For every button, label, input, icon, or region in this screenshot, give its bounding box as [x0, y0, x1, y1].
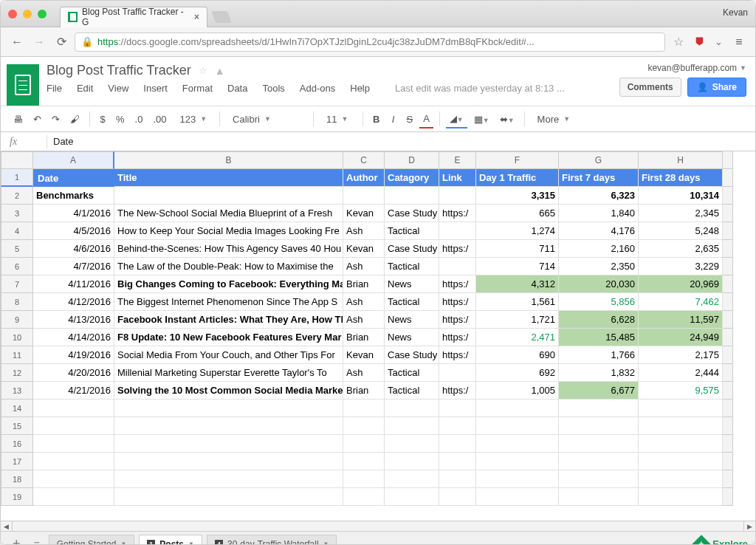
menu-view[interactable]: View — [108, 83, 128, 94]
cell-category-8[interactable]: Tactical — [385, 293, 439, 311]
font-size-select[interactable]: 11▼ — [320, 111, 357, 128]
row-header-3[interactable]: 3 — [1, 205, 33, 222]
empty-cell[interactable] — [439, 417, 476, 435]
document-title[interactable]: Blog Post Traffic Tracker — [47, 63, 191, 78]
move-to-drive-icon[interactable]: ▲ — [215, 65, 225, 77]
text-color-button[interactable]: A — [419, 110, 433, 128]
cell-category-11[interactable]: Case Study — [385, 346, 439, 364]
row-header-8[interactable]: 8 — [1, 293, 33, 311]
cell-category-3[interactable]: Case Study — [385, 205, 439, 222]
empty-cell[interactable] — [439, 400, 476, 417]
format-currency[interactable]: $ — [96, 111, 109, 128]
row-header-10[interactable]: 10 — [1, 329, 33, 346]
cell-d28-3[interactable]: 2,345 — [639, 205, 723, 222]
cell-d7-13[interactable]: 6,677 — [559, 382, 639, 400]
cell-date-3[interactable]: 4/1/2016 — [33, 205, 114, 222]
cell-d28-6[interactable]: 3,229 — [639, 258, 723, 275]
empty-cell[interactable] — [639, 470, 723, 488]
header-cell-H[interactable]: First 28 days — [639, 169, 723, 187]
cell-category-4[interactable]: Tactical — [385, 222, 439, 240]
empty-cell[interactable] — [33, 435, 114, 453]
empty-cell[interactable] — [385, 435, 439, 453]
cell-link-9[interactable]: https:/ — [439, 311, 476, 329]
empty-cell[interactable] — [559, 470, 639, 488]
row-header-9[interactable]: 9 — [1, 311, 33, 329]
cell-d7-6[interactable]: 2,350 — [559, 258, 639, 275]
pocket-extension-icon[interactable]: ⌄ — [711, 35, 726, 49]
cell-date-6[interactable]: 4/7/2016 — [33, 258, 114, 275]
cell-d7-9[interactable]: 6,628 — [559, 311, 639, 329]
menu-data[interactable]: Data — [227, 83, 247, 94]
fill-color-icon[interactable]: ◢▼ — [446, 110, 467, 128]
empty-cell[interactable] — [343, 417, 385, 435]
cell-author-5[interactable]: Kevan — [343, 240, 385, 258]
cell-d1-7[interactable]: 4,312 — [476, 275, 559, 293]
empty-cell[interactable] — [114, 435, 343, 453]
empty-cell[interactable] — [439, 470, 476, 488]
bookmark-star-icon[interactable]: ☆ — [670, 33, 687, 51]
empty-cell[interactable] — [33, 470, 114, 488]
cell-d1-11[interactable]: 690 — [476, 346, 559, 364]
cell-title-11[interactable]: Social Media From Your Couch, and Other … — [114, 346, 343, 364]
cell-category-12[interactable]: Tactical — [385, 364, 439, 382]
col-header-C[interactable]: C — [343, 151, 385, 169]
col-header-B[interactable]: B — [114, 151, 343, 169]
cell-link-5[interactable]: https:/ — [439, 240, 476, 258]
user-account-menu[interactable]: kevan@bufferapp.com ▼ — [647, 63, 746, 73]
empty-cell[interactable] — [33, 453, 114, 470]
header-cell-E[interactable]: Link — [439, 169, 476, 187]
tab-close-icon[interactable]: × — [194, 12, 199, 22]
cell-title-8[interactable]: The Biggest Internet Phenomenon Since Th… — [114, 293, 343, 311]
empty-cell[interactable] — [559, 400, 639, 417]
window-maximize-icon[interactable] — [38, 10, 47, 18]
cell-category-7[interactable]: News — [385, 275, 439, 293]
cell-link-11[interactable]: https:/ — [439, 346, 476, 364]
empty-cell[interactable] — [385, 417, 439, 435]
cell-d7-12[interactable]: 1,832 — [559, 364, 639, 382]
cell-category-6[interactable]: Tactical — [385, 258, 439, 275]
cell-link-6[interactable] — [439, 258, 476, 275]
cell-d28-7[interactable]: 20,969 — [639, 275, 723, 293]
row-header-13[interactable]: 13 — [1, 382, 33, 400]
cell-date-4[interactable]: 4/5/2016 — [33, 222, 114, 240]
cell-d28-4[interactable]: 5,248 — [639, 222, 723, 240]
empty-cell[interactable] — [343, 470, 385, 488]
empty-cell[interactable] — [559, 488, 639, 506]
all-sheets-menu-icon[interactable]: ≡ — [30, 538, 44, 546]
empty-cell[interactable] — [385, 470, 439, 488]
empty-cell[interactable] — [33, 417, 114, 435]
row-header-11[interactable]: 11 — [1, 346, 33, 364]
cell-d28-9[interactable]: 11,597 — [639, 311, 723, 329]
empty-cell[interactable] — [114, 400, 343, 417]
borders-icon[interactable]: ▦▼ — [470, 111, 493, 128]
empty-cell[interactable] — [639, 400, 723, 417]
print-icon[interactable]: 🖶 — [10, 111, 27, 128]
cell-author-4[interactable]: Ash — [343, 222, 385, 240]
forward-button[interactable]: → — [30, 33, 48, 51]
cell-link-3[interactable]: https:/ — [439, 205, 476, 222]
empty-cell[interactable] — [639, 488, 723, 506]
header-cell-F[interactable]: Day 1 Traffic — [476, 169, 559, 187]
explore-button[interactable]: Explore — [695, 538, 748, 546]
row-header-18[interactable]: 18 — [1, 470, 33, 488]
star-document-icon[interactable]: ☆ — [199, 65, 207, 76]
more-format-button[interactable]: More▼ — [531, 111, 577, 128]
cell-title-12[interactable]: Millenial Marketing Superstar Everette T… — [114, 364, 343, 382]
empty-cell[interactable] — [639, 417, 723, 435]
cell-author-11[interactable]: Kevan — [343, 346, 385, 364]
cell-date-12[interactable]: 4/20/2016 — [33, 364, 114, 382]
menu-add-ons[interactable]: Add-ons — [300, 83, 335, 94]
cell-bench-d1[interactable]: 3,315 — [476, 187, 559, 205]
row-header-16[interactable]: 16 — [1, 435, 33, 453]
cell-title-10[interactable]: F8 Update: 10 New Facebook Features Ever… — [114, 329, 343, 346]
empty-cell[interactable] — [343, 400, 385, 417]
cell-date-7[interactable]: 4/11/2016 — [33, 275, 114, 293]
menu-tools[interactable]: Tools — [262, 83, 284, 94]
cell-author-7[interactable]: Brian — [343, 275, 385, 293]
empty-cell[interactable] — [385, 488, 439, 506]
share-button[interactable]: 👤Share — [687, 78, 746, 97]
cell-title-9[interactable]: Facebook Instant Articles: What They Are… — [114, 311, 343, 329]
empty-cell[interactable] — [343, 453, 385, 470]
cell-d1-8[interactable]: 1,561 — [476, 293, 559, 311]
scroll-right-icon[interactable]: ▶ — [743, 521, 755, 531]
